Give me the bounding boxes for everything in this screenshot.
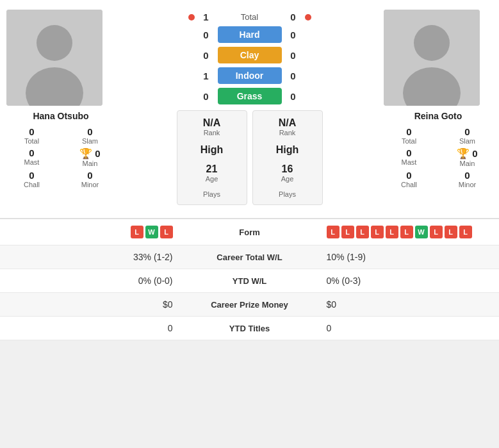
career-wl-label: Career Total W/L <box>186 253 314 262</box>
right-total-label: Total <box>402 137 416 145</box>
right-trophy-icon: 🏆 <box>457 147 470 160</box>
indoor-score-row: 1 Indoor 0 <box>119 65 380 86</box>
left-chall-label: Chall <box>24 181 40 188</box>
prize-right: $0 <box>314 299 490 310</box>
player-section: Hana Otsubo 0 Total 0 Slam 0 Mast 🏆 <box>0 0 499 212</box>
left-plays-label: Plays <box>203 190 220 198</box>
right-chall-stat: 0 Chall <box>384 170 434 188</box>
left-age-label: Age <box>206 175 218 183</box>
prize-left: $0 <box>10 299 186 310</box>
left-mast-label: Mast <box>24 158 40 166</box>
right-age-label: Age <box>281 175 294 183</box>
career-wl-left: 33% (1-2) <box>10 252 186 262</box>
left-slam-stat: 0 Slam <box>65 126 115 145</box>
left-form-badges: LWL <box>10 226 173 238</box>
right-main-label: Main <box>460 160 475 167</box>
hard-right-score: 0 <box>287 29 300 40</box>
right-player-stats: 0 Total 0 Slam 0 Mast 🏆 0 Main <box>384 126 493 188</box>
indoor-badge: Indoor <box>218 67 282 84</box>
left-info-box: N/A Rank High 21 Age Plays <box>177 110 247 205</box>
form-badge-right: L <box>430 226 443 238</box>
form-badge-right: L <box>445 226 457 238</box>
right-total-value: 0 <box>406 126 411 137</box>
prize-row: $0 Career Prize Money $0 <box>0 293 499 317</box>
form-badge-right: L <box>341 226 354 238</box>
left-plays-item: Plays <box>203 190 220 198</box>
left-high-item: High <box>200 144 224 156</box>
right-age-item: 16 Age <box>281 163 294 183</box>
svg-point-1 <box>37 25 72 61</box>
center-col: 1 Total 0 0 Hard 0 0 Clay 0 1 Indoor <box>119 10 380 205</box>
left-total-value: 0 <box>29 126 34 137</box>
hard-badge: Hard <box>218 26 282 43</box>
form-badge-right: L <box>356 226 369 238</box>
right-rank-item: N/A Rank <box>279 117 297 137</box>
left-player-avatar <box>6 10 102 106</box>
career-wl-row: 33% (1-2) Career Total W/L 10% (1-9) <box>0 245 499 269</box>
form-badge-right: L <box>386 226 398 238</box>
left-chall-value: 0 <box>29 170 34 181</box>
left-total-label: Total <box>24 137 39 145</box>
right-main-value: 0 <box>472 148 477 159</box>
hard-left-score: 0 <box>200 29 213 40</box>
ytd-titles-left: 0 <box>10 323 186 333</box>
center-info-boxes: N/A Rank High 21 Age Plays <box>119 110 380 205</box>
left-total-stat: 0 Total <box>6 126 57 145</box>
grass-right-score: 0 <box>287 91 300 102</box>
form-badge-right: L <box>371 226 384 238</box>
ytd-titles-right: 0 <box>314 323 490 333</box>
left-rank-label: Rank <box>204 129 220 137</box>
career-wl-right: 10% (1-9) <box>314 252 490 262</box>
main-container: Hana Otsubo 0 Total 0 Slam 0 Mast 🏆 <box>0 0 499 340</box>
left-player-col: Hana Otsubo 0 Total 0 Slam 0 Mast 🏆 <box>6 10 115 205</box>
left-player-name: Hana Otsubo <box>6 111 115 121</box>
right-plays-label: Plays <box>279 190 296 198</box>
svg-point-4 <box>414 25 450 61</box>
left-minor-stat: 0 Minor <box>65 170 115 188</box>
right-slam-value: 0 <box>464 126 470 137</box>
clay-badge: Clay <box>218 47 282 63</box>
left-rank-value: N/A <box>203 117 221 129</box>
left-slam-label: Slam <box>82 137 98 145</box>
left-minor-label: Minor <box>81 181 99 188</box>
right-player-name: Reina Goto <box>384 111 493 121</box>
right-mast-stat: 0 Mast <box>384 147 434 167</box>
right-mast-label: Mast <box>402 158 417 166</box>
right-trophy-row: 🏆 0 <box>457 147 477 160</box>
right-slam-label: Slam <box>459 137 475 145</box>
form-badge-left: L <box>131 226 143 238</box>
form-badge-right: W <box>415 226 428 238</box>
right-high-item: High <box>276 144 299 156</box>
form-badge-right: L <box>327 226 339 238</box>
right-player-avatar <box>384 10 480 106</box>
stats-table: LWL Form LLLLLLWLLL 33% (1-2) Career Tot… <box>0 218 499 340</box>
left-minor-value: 0 <box>87 170 92 181</box>
clay-score-row: 0 Clay 0 <box>119 45 380 65</box>
total-score-row: 1 Total 0 <box>119 10 380 24</box>
left-high-value: High <box>200 144 224 156</box>
grass-badge: Grass <box>218 88 282 104</box>
left-main-label: Main <box>83 160 98 167</box>
left-main-value: 0 <box>95 148 100 159</box>
left-slam-value: 0 <box>87 126 92 137</box>
left-mast-stat: 0 Mast <box>6 147 57 167</box>
total-label: Total <box>218 12 282 22</box>
ytd-wl-left: 0% (0-0) <box>10 276 186 286</box>
ytd-wl-label: YTD W/L <box>186 276 314 286</box>
grass-score-row: 0 Grass 0 <box>119 86 380 106</box>
left-rank-item: N/A Rank <box>203 117 221 137</box>
left-age-item: 21 Age <box>206 163 218 183</box>
ytd-wl-row: 0% (0-0) YTD W/L 0% (0-3) <box>0 269 499 293</box>
form-badge-left: W <box>145 226 158 238</box>
right-minor-stat: 0 Minor <box>442 170 493 188</box>
right-form-badges: LLLLLLWLLL <box>327 226 490 238</box>
right-high-value: High <box>276 144 299 156</box>
total-right-score: 0 <box>287 12 300 22</box>
left-age-value: 21 <box>206 163 218 175</box>
left-mast-value: 0 <box>29 147 34 158</box>
left-chall-stat: 0 Chall <box>6 170 57 188</box>
right-main-stat: 🏆 0 Main <box>442 147 493 167</box>
left-player-stats: 0 Total 0 Slam 0 Mast 🏆 0 Main <box>6 126 115 188</box>
right-rank-label: Rank <box>279 129 296 137</box>
form-badge-right: L <box>459 226 472 238</box>
